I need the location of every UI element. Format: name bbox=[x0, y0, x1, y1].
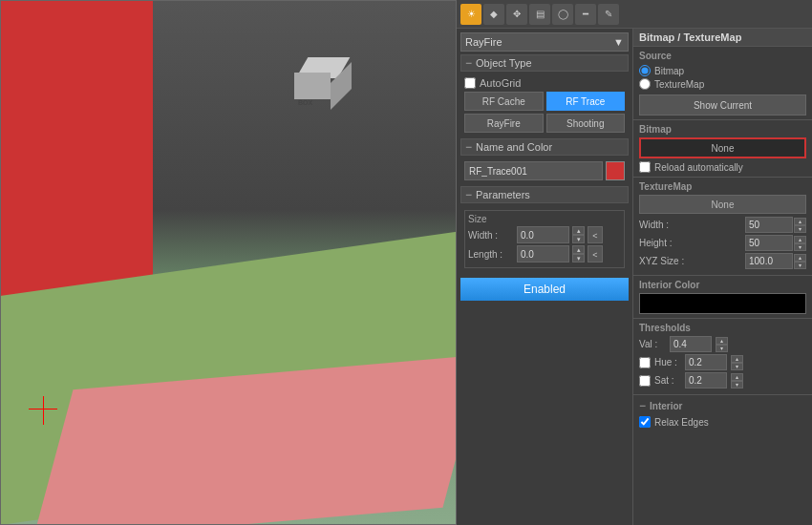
hue-row: Hue : ▴ ▾ bbox=[639, 354, 806, 370]
cube-label: BOX bbox=[298, 99, 312, 106]
width-input[interactable] bbox=[517, 226, 569, 243]
tm-xyz-up[interactable]: ▴ bbox=[794, 254, 806, 262]
width-arrow-btn[interactable]: < bbox=[588, 226, 603, 243]
width-spin-down[interactable]: ▾ bbox=[572, 235, 585, 243]
parameters-label: Parameters bbox=[476, 189, 530, 200]
panel-content: RayFire ▼ − Object Type AutoGrid RF Cach… bbox=[457, 29, 812, 525]
relax-edges-checkbox[interactable] bbox=[639, 416, 651, 428]
tm-xyz-spin: ▴ ▾ bbox=[794, 254, 806, 269]
rf-trace-button[interactable]: RF Trace bbox=[546, 92, 626, 111]
color-swatch[interactable] bbox=[606, 161, 625, 180]
tm-width-up[interactable]: ▴ bbox=[794, 218, 806, 225]
tm-height-up[interactable]: ▴ bbox=[794, 236, 806, 243]
val-label: Val : bbox=[639, 339, 666, 349]
name-color-header[interactable]: − Name and Color bbox=[460, 138, 629, 156]
bitmap-section: Bitmap None Reload automatically bbox=[633, 120, 812, 178]
tm-width-row: Width : ▴ ▾ bbox=[639, 217, 806, 233]
object-dropdown[interactable]: RayFire ▼ bbox=[460, 32, 629, 52]
width-spin: ▴ ▾ bbox=[572, 226, 585, 243]
length-spin: ▴ ▾ bbox=[572, 245, 585, 262]
tm-xyz-label: XYZ Size : bbox=[639, 256, 684, 266]
object-type-label: Object Type bbox=[476, 57, 532, 69]
val-down[interactable]: ▾ bbox=[716, 345, 728, 352]
tm-width-spin: ▴ ▾ bbox=[794, 218, 806, 233]
interior-color-section: Interior Color bbox=[633, 276, 812, 319]
source-label: Source bbox=[639, 51, 806, 61]
object-type-body: AutoGrid RF Cache RF Trace RayFire Shoot… bbox=[460, 74, 629, 136]
btn-row-1: RF Cache RF Trace bbox=[464, 92, 625, 111]
sat-up[interactable]: ▴ bbox=[731, 373, 743, 381]
object-type-header[interactable]: − Object Type bbox=[460, 54, 629, 72]
tm-height-spin: ▴ ▾ bbox=[794, 236, 806, 251]
tm-width-down[interactable]: ▾ bbox=[794, 225, 806, 233]
length-spin-up[interactable]: ▴ bbox=[572, 245, 585, 254]
hue-checkbox[interactable] bbox=[639, 357, 651, 368]
axis-vertical bbox=[43, 396, 44, 425]
length-spin-down[interactable]: ▾ bbox=[572, 254, 585, 262]
toolbar-icon-grid[interactable]: ▤ bbox=[529, 4, 550, 25]
name-color-label: Name and Color bbox=[476, 141, 552, 153]
cube-front-face: BOX bbox=[294, 73, 331, 99]
tm-height-input[interactable] bbox=[745, 235, 793, 251]
toolbar-icon-lines[interactable]: ━ bbox=[575, 4, 596, 25]
val-input[interactable] bbox=[670, 336, 712, 352]
length-arrow-btn[interactable]: < bbox=[588, 245, 603, 262]
object-type-collapse-icon: − bbox=[465, 57, 472, 69]
autogrid-label: AutoGrid bbox=[480, 77, 521, 89]
parameters-header[interactable]: − Parameters bbox=[460, 186, 629, 203]
props-title: Bitmap / TextureMap bbox=[639, 32, 741, 43]
thresholds-label: Thresholds bbox=[639, 323, 806, 333]
hue-input[interactable] bbox=[685, 354, 727, 370]
tm-xyz-input[interactable] bbox=[745, 253, 793, 269]
toolbar-icon-brush[interactable]: ✎ bbox=[598, 4, 619, 25]
top-toolbar: ☀ ◆ ✥ ▤ ◯ ━ ✎ bbox=[457, 0, 812, 29]
bitmap-radio-label: Bitmap bbox=[654, 66, 684, 76]
toolbar-icon-sphere[interactable]: ◯ bbox=[552, 4, 573, 25]
bitmap-radio[interactable] bbox=[639, 65, 651, 76]
width-spin-up[interactable]: ▴ bbox=[572, 226, 585, 235]
tm-xyz-down[interactable]: ▾ bbox=[794, 262, 806, 269]
reload-checkbox[interactable] bbox=[639, 161, 651, 173]
hue-spin: ▴ ▾ bbox=[731, 355, 743, 370]
name-color-body bbox=[460, 158, 629, 183]
shooting-button[interactable]: Shooting bbox=[546, 114, 626, 133]
relax-edges-label: Relax Edges bbox=[654, 417, 709, 428]
bitmap-section-label: Bitmap bbox=[639, 124, 806, 135]
texturemap-radio[interactable] bbox=[639, 78, 651, 90]
interior-color-swatch[interactable] bbox=[639, 293, 806, 314]
tm-height-row: Height : ▴ ▾ bbox=[639, 235, 806, 251]
interior-section: − Interior Relax Edges bbox=[633, 395, 812, 431]
sat-input[interactable] bbox=[685, 372, 727, 388]
autogrid-checkbox[interactable] bbox=[464, 77, 476, 89]
texturemap-radio-row: TextureMap bbox=[639, 78, 806, 90]
props-panel: Bitmap / TextureMap Source Bitmap Textur… bbox=[633, 29, 812, 525]
tm-height-down[interactable]: ▾ bbox=[794, 243, 806, 251]
sat-label: Sat : bbox=[654, 375, 681, 386]
size-group: Size Width : ▴ ▾ < Length : bbox=[464, 210, 625, 268]
hue-down[interactable]: ▾ bbox=[731, 363, 743, 370]
texturemap-none-button[interactable]: None bbox=[639, 195, 806, 214]
name-input[interactable] bbox=[464, 161, 603, 180]
toolbar-icon-cursor[interactable]: ✥ bbox=[506, 4, 527, 25]
enabled-button[interactable]: Enabled bbox=[460, 278, 629, 301]
middle-panel: RayFire ▼ − Object Type AutoGrid RF Cach… bbox=[457, 29, 633, 525]
texturemap-section-label: TextureMap bbox=[639, 181, 806, 192]
toolbar-icon-flame[interactable]: ☀ bbox=[460, 4, 481, 25]
sat-down[interactable]: ▾ bbox=[731, 381, 743, 388]
val-up[interactable]: ▴ bbox=[716, 337, 728, 345]
hue-label: Hue : bbox=[654, 357, 681, 368]
parameters-collapse-icon: − bbox=[465, 189, 472, 200]
texturemap-radio-label: TextureMap bbox=[654, 79, 704, 90]
rf-cache-button[interactable]: RF Cache bbox=[464, 92, 544, 111]
hue-up[interactable]: ▴ bbox=[731, 355, 743, 363]
toolbar-icon-wave[interactable]: ◆ bbox=[483, 4, 504, 25]
bitmap-none-button[interactable]: None bbox=[639, 137, 806, 158]
sat-checkbox[interactable] bbox=[639, 375, 651, 387]
name-color-row bbox=[464, 161, 625, 180]
size-label: Size bbox=[468, 214, 621, 224]
texturemap-section: TextureMap None Width : ▴ ▾ Height : bbox=[633, 178, 812, 276]
rayfire-button[interactable]: RayFire bbox=[464, 114, 544, 133]
tm-width-input[interactable] bbox=[745, 217, 793, 233]
length-input[interactable] bbox=[517, 245, 569, 262]
show-current-button[interactable]: Show Current bbox=[639, 94, 806, 116]
